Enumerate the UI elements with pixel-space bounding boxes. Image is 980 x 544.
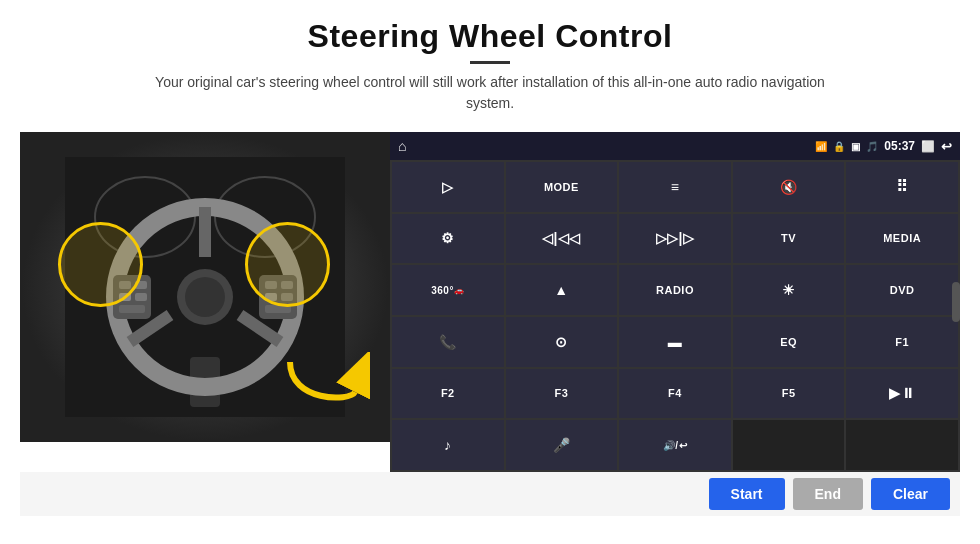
btn-mic[interactable]: 🎤 (506, 420, 618, 470)
scroll-indicator[interactable] (952, 282, 960, 322)
btn-navi[interactable]: ⊙ (506, 317, 618, 367)
btn-navigation[interactable]: ▷ (392, 162, 504, 212)
btn-empty-1 (733, 420, 845, 470)
wifi-icon: 📶 (815, 141, 827, 152)
direction-arrow (280, 352, 370, 422)
btn-dvd[interactable]: DVD (846, 265, 958, 315)
status-right: 📶 🔒 ▣ 🎵 05:37 ⬜ ↩ (815, 139, 952, 154)
btn-f4[interactable]: F4 (619, 369, 731, 419)
btn-apps[interactable]: ⠿ (846, 162, 958, 212)
highlight-circle-right (245, 222, 330, 307)
btn-prev[interactable]: ◁|◁◁ (506, 214, 618, 264)
lock-icon: 🔒 (833, 141, 845, 152)
time-display: 05:37 (884, 139, 915, 153)
btn-play-pause[interactable]: ▶⏸ (846, 369, 958, 419)
title-section: Steering Wheel Control Your original car… (140, 18, 840, 126)
start-button[interactable]: Start (709, 478, 785, 510)
btn-f1[interactable]: F1 (846, 317, 958, 367)
end-button[interactable]: End (793, 478, 863, 510)
card-icon: ▣ (851, 141, 860, 152)
svg-rect-15 (119, 305, 145, 313)
back-icon[interactable]: ↩ (941, 139, 952, 154)
btn-settings[interactable]: ⚙ (392, 214, 504, 264)
btn-eq[interactable]: EQ (733, 317, 845, 367)
btn-screen[interactable]: ▬ (619, 317, 731, 367)
btn-360[interactable]: 360°🚗 (392, 265, 504, 315)
steering-wheel-bg (20, 132, 390, 442)
page-subtitle: Your original car's steering wheel contr… (140, 72, 840, 114)
btn-music[interactable]: ♪ (392, 420, 504, 470)
title-divider (470, 61, 510, 64)
btn-mode[interactable]: MODE (506, 162, 618, 212)
btn-tv[interactable]: TV (733, 214, 845, 264)
page-wrapper: Steering Wheel Control Your original car… (0, 0, 980, 544)
btn-next[interactable]: ▷▷|▷ (619, 214, 731, 264)
btn-empty-2 (846, 420, 958, 470)
clear-button[interactable]: Clear (871, 478, 950, 510)
svg-rect-14 (135, 293, 147, 301)
button-grid: ▷ MODE ≡ 🔇 ⠿ ⚙ ◁|◁◁ ▷▷|▷ TV MEDIA 360°🚗 … (390, 160, 960, 472)
btn-vol-mute[interactable]: 🔊/↩ (619, 420, 731, 470)
btn-f2[interactable]: F2 (392, 369, 504, 419)
car-image-section (20, 132, 390, 442)
highlight-circle-left (58, 222, 143, 307)
window-icon[interactable]: ⬜ (921, 140, 935, 153)
btn-phone[interactable]: 📞 (392, 317, 504, 367)
btn-mute[interactable]: 🔇 (733, 162, 845, 212)
btn-list[interactable]: ≡ (619, 162, 731, 212)
status-left: ⌂ (398, 138, 406, 154)
btn-media[interactable]: MEDIA (846, 214, 958, 264)
page-title: Steering Wheel Control (140, 18, 840, 55)
btn-brightness[interactable]: ☀ (733, 265, 845, 315)
bottom-action-bar: Start End Clear (20, 472, 960, 516)
status-bar: ⌂ 📶 🔒 ▣ 🎵 05:37 ⬜ ↩ (390, 132, 960, 160)
home-icon[interactable]: ⌂ (398, 138, 406, 154)
svg-point-9 (185, 277, 225, 317)
bt-icon: 🎵 (866, 141, 878, 152)
btn-f3[interactable]: F3 (506, 369, 618, 419)
btn-f5[interactable]: F5 (733, 369, 845, 419)
btn-eject[interactable]: ▲ (506, 265, 618, 315)
content-area: ⌂ 📶 🔒 ▣ 🎵 05:37 ⬜ ↩ ▷ MODE ≡ 🔇 (20, 132, 960, 472)
btn-radio[interactable]: RADIO (619, 265, 731, 315)
control-panel: ⌂ 📶 🔒 ▣ 🎵 05:37 ⬜ ↩ ▷ MODE ≡ 🔇 (390, 132, 960, 472)
